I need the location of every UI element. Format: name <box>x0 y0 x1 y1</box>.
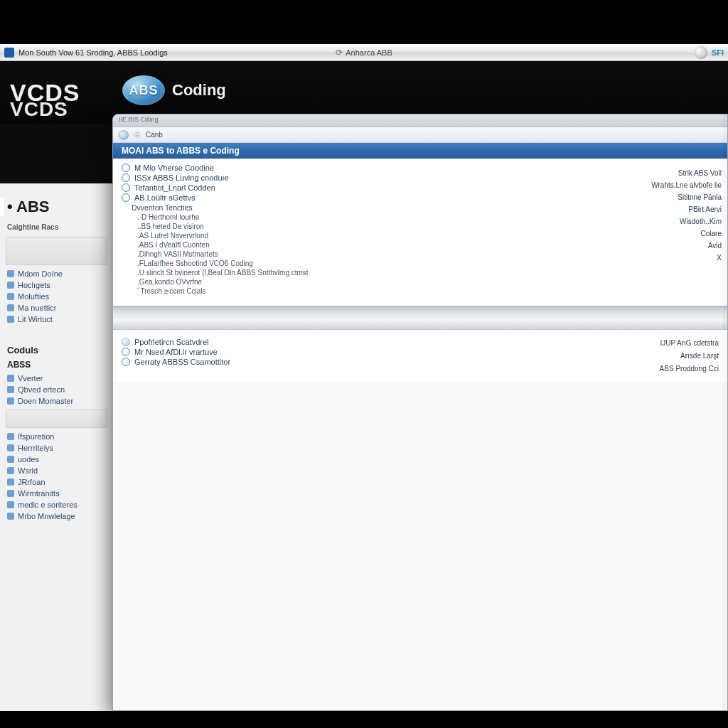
bullet-icon <box>7 386 14 393</box>
abs-disc-icon: ABS <box>122 75 165 105</box>
bullet-icon <box>7 304 14 311</box>
sidebar-item-label: uodes <box>18 455 39 464</box>
info-line: X <box>612 252 722 264</box>
sidebar-item[interactable]: medlc e soriteres <box>0 499 113 510</box>
radio-icon[interactable] <box>122 183 130 192</box>
list-row-sub[interactable]: .FLafarfhee Sshootind VCO6 Coding <box>113 259 606 268</box>
sidebar-abss-label[interactable]: ABSS <box>0 357 113 373</box>
radio-icon[interactable] <box>122 173 130 182</box>
list-row-sub[interactable]: .-D Herthoml lourhe <box>113 213 606 222</box>
lower-info-line: IJUP ArıG cdetstra <box>584 337 719 350</box>
header-badge: ABS Coding <box>122 75 226 105</box>
sidebar-item[interactable]: JRrfoan <box>0 476 113 488</box>
radio-icon[interactable] <box>122 348 130 356</box>
menubar-right-text[interactable]: SFI <box>712 48 724 57</box>
list-row[interactable]: Tefantiot_Lnarl Codden <box>113 183 606 193</box>
scroll-shadow <box>723 114 727 710</box>
window-titlebar: IIE BIS Citling <box>113 114 727 127</box>
sidebar-item-label: Herrriteiys <box>18 444 53 452</box>
list-row-sub[interactable]: .AS Lutrel Nsvervrlond <box>113 231 606 240</box>
sidebar-item-label: Mdom Doíne <box>18 269 63 278</box>
bullet-icon <box>7 490 14 497</box>
lower-row-label: Ppofrletircn Scatvdrel <box>134 338 209 346</box>
list-row-sub[interactable]: Dvventon Tencties <box>113 203 606 213</box>
lower-list-row[interactable]: Gerraty ABBSS Csamottitor <box>122 357 584 367</box>
window-toolbar: ⦾ Canb <box>113 127 727 143</box>
sidebar-item-label: Wsrld <box>18 466 38 475</box>
sidebar-item[interactable]: Herrriteiys <box>0 442 113 454</box>
sidebar-item[interactable]: Hoclıgets <box>0 279 113 291</box>
radio-icon[interactable] <box>122 164 130 172</box>
main-window: IIE BIS Citling ⦾ Canb MOAl ABS to ABBS … <box>112 114 728 711</box>
sidebar-item[interactable]: uodes <box>0 454 113 465</box>
sidebar-item[interactable]: Ifspuretion <box>0 431 113 442</box>
sidebar-active-marker <box>0 198 4 216</box>
list-row-sub[interactable]: .Gea,kondo OVvrfne <box>113 277 606 287</box>
menubar-title: Mon South Vow 61 Sroding, ABBS Loodigs <box>18 48 168 57</box>
info-line: Wisdoth..Kim <box>612 215 722 228</box>
list-row[interactable]: AB.Loültr sGettvs <box>113 193 606 203</box>
menubar-center: Anharca ABB <box>346 48 392 57</box>
sidebar-item[interactable]: Ma nuetticr <box>0 302 113 314</box>
toolbar-nav-icon[interactable] <box>119 130 129 140</box>
sidebar-item[interactable]: Mrbo Mnwlelage <box>0 510 113 522</box>
sidebar-item-label: Wirmtranitts <box>18 489 60 498</box>
info-line: Wrahts.Lne alvbofe lie <box>612 179 722 191</box>
sidebar-diagram-2 <box>6 410 107 428</box>
toolbar-label[interactable]: Canb <box>146 131 163 139</box>
list-row-sub[interactable]: ..BS heted De visiron <box>113 222 606 231</box>
app-icon <box>4 48 14 58</box>
sidebar-item[interactable]: Wsrld <box>0 465 113 476</box>
sidebar-abs-tab[interactable]: • ABS <box>0 183 113 220</box>
sidebar-item[interactable]: Lit Wirtuct <box>0 314 113 325</box>
bullet-icon <box>7 456 14 463</box>
sidebar-item[interactable]: Doen Momaster <box>0 395 113 407</box>
list-row-label: AB.Loültr sGettvs <box>134 193 196 202</box>
lower-list-row[interactable]: Mr Nsed AfDl.ir vrartuve <box>122 347 584 357</box>
list-row-label: ISSx ABBS Luving cnoduıe <box>134 173 229 182</box>
radio-icon[interactable] <box>122 358 130 366</box>
sidebar-item-label: JRrfoan <box>18 478 46 486</box>
abs-disc-label: ABS <box>129 83 158 98</box>
sidebar-item-label: Ifspuretion <box>18 432 54 441</box>
list-row-sub[interactable]: ' Tresch ≳ccen Ccials <box>113 287 606 296</box>
info-line: Strik ABS Voll <box>612 167 722 179</box>
sidebar-item[interactable]: Qbved ertecn <box>0 384 113 395</box>
sidebar-item[interactable]: Mdom Doíne <box>0 268 113 279</box>
lower-row-label: Gerraty ABBSS Csamottitor <box>134 358 230 366</box>
list-row-label: Tefantiot_Lnarl Codden <box>134 183 215 192</box>
list-row-sub[interactable]: .Dihngh VASIl Mstmartets <box>113 250 606 259</box>
lower-info-row: Ppofrletircn Scatvdrel <box>122 337 584 347</box>
logo-text-2: VCDS <box>10 98 68 121</box>
sidebar-item[interactable]: Molufties <box>0 291 113 302</box>
list-row[interactable]: M Mlo Vherse Coodine <box>113 163 606 173</box>
bullet-icon <box>7 270 14 277</box>
sidebar-item-label: Lit Wirtuct <box>18 315 53 323</box>
right-info-panel: Strik ABS VollWrahts.Lne alvbofe lieSiti… <box>606 163 727 296</box>
panel-header: MOAl ABS to ABBS e Coding <box>113 143 727 159</box>
lower-right-panel: IJUP ArıG cdetstraArısde LarştABS Proddo… <box>584 337 719 375</box>
divider-band <box>113 306 727 330</box>
sidebar-item[interactable]: Wirmtranitts <box>0 488 113 499</box>
sync-icon: ⟳ <box>336 48 343 58</box>
info-icon <box>122 338 130 346</box>
sidebar-item-label: Qbved ertecn <box>18 385 65 394</box>
sidebar: • ABS Caightine Racs Mdom DoíneHoclıgets… <box>0 183 114 711</box>
sidebar-item-label: Ma nuetticr <box>18 304 56 312</box>
info-line: Colare <box>612 228 722 240</box>
bullet-icon <box>7 513 14 520</box>
bullet-icon <box>7 316 14 323</box>
info-line: Avld <box>612 240 722 252</box>
list-row-sub[interactable]: .ABS I dVealfl Cuonten <box>113 240 606 250</box>
lower-area: Ppofrletircn ScatvdrelMr Nsed AfDl.ir vr… <box>113 330 727 382</box>
bullet-icon <box>7 293 14 300</box>
status-orb-icon[interactable] <box>695 46 707 59</box>
lower-info-line: Arısde Larşt <box>584 350 719 363</box>
radio-icon[interactable] <box>122 193 130 202</box>
sidebar-item[interactable]: Vverter <box>0 373 113 384</box>
list-row-sub[interactable]: .U slinclt St bvinerot (l,Beal Oln ABBS … <box>113 268 606 277</box>
list-row[interactable]: ISSx ABBS Luving cnoduıe <box>113 173 606 183</box>
upper-list-area: M Mlo Vherse CoodineISSx ABBS Luving cno… <box>113 159 727 306</box>
info-line: PBirt Aervi <box>612 203 722 215</box>
sidebar-heading-coduls: Coduls <box>0 341 113 357</box>
